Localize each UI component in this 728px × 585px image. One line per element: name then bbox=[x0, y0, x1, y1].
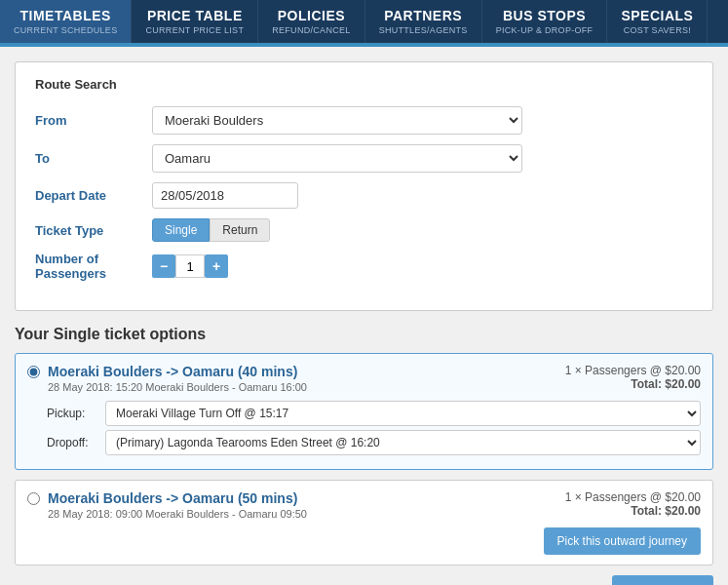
nav-subtitle-price-table: CURRENT PRICE LIST bbox=[145, 25, 244, 35]
journey-left: Moeraki Boulders -> Oamaru (50 mins) 28 … bbox=[27, 490, 307, 520]
nav-item-policies[interactable]: POLICIES REFUND/CANCEL bbox=[258, 0, 364, 43]
route-search-box: Route Search From Moeraki Boulders To Oa… bbox=[15, 61, 713, 311]
dropoff-select[interactable]: (Primary) Lagonda Tearooms Eden Street @… bbox=[105, 430, 701, 455]
nav-title-bus-stops: BUS STOPS bbox=[503, 8, 586, 23]
journey-header: Moeraki Boulders -> Oamaru (40 mins) 28 … bbox=[27, 364, 701, 393]
nav-subtitle-partners: SHUTTLES/AGENTS bbox=[379, 25, 468, 35]
pickup-label: Pickup: bbox=[47, 407, 105, 420]
journey-radio-2[interactable] bbox=[27, 492, 40, 505]
price-line: 1 × Passengers @ $20.00 bbox=[565, 490, 701, 504]
nav-item-price-table[interactable]: PRICE TABLE CURRENT PRICE LIST bbox=[132, 0, 258, 43]
nav-subtitle-timetables: CURRENT SCHEDULES bbox=[14, 25, 117, 35]
journey-left: Moeraki Boulders -> Oamaru (40 mins) 28 … bbox=[27, 364, 307, 393]
price-line: 1 × Passengers @ $20.00 bbox=[565, 364, 701, 377]
from-label: From bbox=[35, 113, 152, 128]
nav-item-timetables[interactable]: TIMETABLES CURRENT SCHEDULES bbox=[0, 0, 132, 43]
passengers-decrease-button[interactable]: − bbox=[152, 254, 175, 278]
journey-price: 1 × Passengers @ $20.00 Total: $20.00 bbox=[565, 364, 701, 391]
nav-subtitle-policies: REFUND/CANCEL bbox=[272, 25, 350, 35]
depart-date-row: Depart Date bbox=[35, 182, 693, 209]
from-select[interactable]: Moeraki Boulders bbox=[152, 106, 522, 135]
journey-list: Moeraki Boulders -> Oamaru (40 mins) 28 … bbox=[15, 353, 713, 566]
passengers-increase-button[interactable]: + bbox=[205, 254, 228, 278]
nav-subtitle-specials: COST SAVERS! bbox=[624, 25, 691, 35]
journey-title: Moeraki Boulders -> Oamaru (40 mins) bbox=[48, 364, 307, 379]
pick-journey-button[interactable]: Pick this outward journey bbox=[544, 527, 701, 555]
dropoff-label: Dropoff: bbox=[47, 436, 105, 449]
ticket-type-label: Ticket Type bbox=[35, 223, 152, 238]
journey-datetime: 28 May 2018: 15:20 Moeraki Boulders - Oa… bbox=[48, 381, 307, 393]
passengers-row: Number of Passengers − + bbox=[35, 252, 693, 281]
price-total: Total: $20.00 bbox=[565, 377, 701, 391]
dropoff-row: Dropoff: (Primary) Lagonda Tearooms Eden… bbox=[47, 430, 701, 455]
navigation: TIMETABLES CURRENT SCHEDULES PRICE TABLE… bbox=[0, 0, 728, 43]
passengers-stepper: − + bbox=[152, 254, 228, 278]
nav-item-partners[interactable]: PARTNERS SHUTTLES/AGENTS bbox=[365, 0, 482, 43]
from-row: From Moeraki Boulders bbox=[35, 106, 693, 135]
results-title: Your Single ticket options bbox=[15, 326, 713, 343]
nav-item-bus-stops[interactable]: BUS STOPS PICK-UP & DROP-OFF bbox=[482, 0, 608, 43]
nav-title-price-table: PRICE TABLE bbox=[147, 8, 243, 23]
passengers-label: Number of Passengers bbox=[35, 252, 152, 281]
nav-title-partners: PARTNERS bbox=[384, 8, 462, 23]
journey-datetime: 28 May 2018: 09:00 Moeraki Boulders - Oa… bbox=[48, 508, 307, 520]
route-search-title: Route Search bbox=[35, 77, 693, 92]
to-label: To bbox=[35, 151, 152, 166]
depart-date-input[interactable] bbox=[152, 182, 298, 209]
nav-title-timetables: TIMETABLES bbox=[20, 8, 111, 23]
add-product-wrap: Add Product bbox=[15, 575, 713, 585]
to-select[interactable]: Oamaru bbox=[152, 144, 522, 173]
ticket-type-row: Ticket Type Single Return bbox=[35, 218, 693, 242]
add-product-button[interactable]: Add Product bbox=[612, 575, 713, 585]
to-select-wrap: Oamaru bbox=[152, 144, 522, 173]
journey-option-1: Moeraki Boulders -> Oamaru (40 mins) 28 … bbox=[15, 353, 713, 470]
to-row: To Oamaru bbox=[35, 144, 693, 173]
pickup-select[interactable]: Moeraki Village Turn Off @ 15:17 bbox=[105, 401, 701, 426]
depart-date-wrap bbox=[152, 182, 522, 209]
pickup-dropoff: Pickup: Moeraki Village Turn Off @ 15:17… bbox=[27, 401, 701, 459]
nav-item-specials[interactable]: SPECIALS COST SAVERS! bbox=[607, 0, 708, 43]
ticket-type-group: Single Return bbox=[152, 218, 270, 242]
journey-radio-1[interactable] bbox=[27, 366, 40, 378]
nav-subtitle-bus-stops: PICK-UP & DROP-OFF bbox=[496, 25, 594, 35]
depart-date-label: Depart Date bbox=[35, 188, 152, 203]
pickup-row: Pickup: Moeraki Village Turn Off @ 15:17 bbox=[47, 401, 701, 426]
journey-option-2: Moeraki Boulders -> Oamaru (50 mins) 28 … bbox=[15, 480, 713, 566]
ticket-return-button[interactable]: Return bbox=[210, 218, 270, 242]
ticket-single-button[interactable]: Single bbox=[152, 218, 210, 242]
passengers-input[interactable] bbox=[175, 254, 205, 278]
nav-title-specials: SPECIALS bbox=[621, 8, 693, 23]
nav-title-policies: POLICIES bbox=[278, 8, 345, 23]
content-area: Route Search From Moeraki Boulders To Oa… bbox=[0, 47, 728, 585]
journey-price: 1 × Passengers @ $20.00 Total: $20.00 bbox=[565, 490, 701, 518]
journey-title: Moeraki Boulders -> Oamaru (50 mins) bbox=[48, 490, 307, 506]
journey-info: Moeraki Boulders -> Oamaru (50 mins) 28 … bbox=[48, 490, 307, 520]
from-select-wrap: Moeraki Boulders bbox=[152, 106, 522, 135]
journey-header: Moeraki Boulders -> Oamaru (50 mins) 28 … bbox=[27, 490, 701, 520]
journey-info: Moeraki Boulders -> Oamaru (40 mins) 28 … bbox=[48, 364, 307, 393]
price-total: Total: $20.00 bbox=[565, 504, 701, 518]
